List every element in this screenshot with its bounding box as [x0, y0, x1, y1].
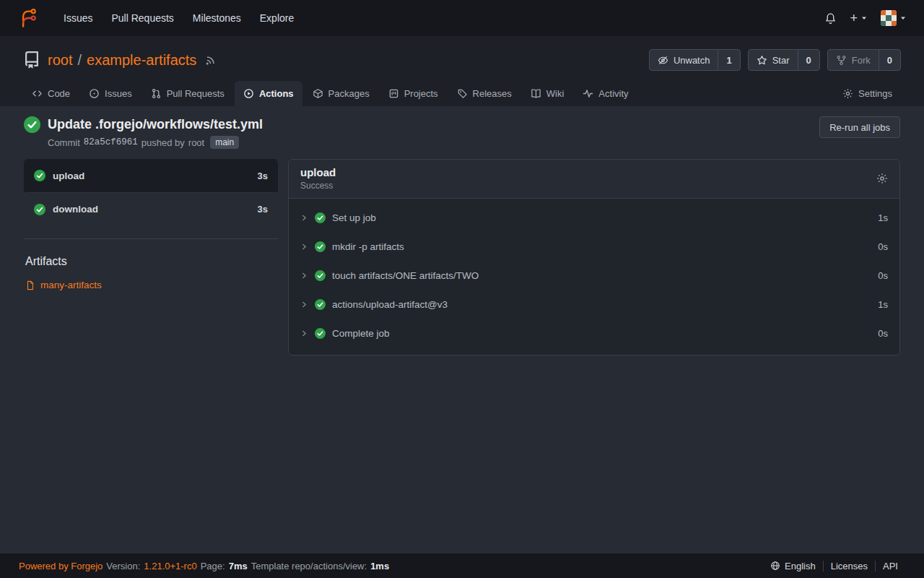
- code-icon: [32, 88, 43, 99]
- footer: Powered by Forgejo Version: 1.21.0+1-rc0…: [0, 553, 924, 578]
- step-row-set-up-job[interactable]: Set up job 1s: [289, 203, 899, 232]
- step-row-upload-artifact[interactable]: actions/upload-artifact@v3 1s: [289, 290, 899, 319]
- step-row-mkdir[interactable]: mkdir -p artifacts 0s: [289, 232, 899, 261]
- repo-tabs: Code Issues Pull Requests Actions Packag…: [23, 81, 901, 106]
- step-name: Set up job: [332, 212, 376, 223]
- artifact-link-many-artifacts[interactable]: many-artifacts: [25, 280, 278, 290]
- pushed-by-label: pushed by: [141, 137, 185, 148]
- job-success-icon: [34, 170, 45, 181]
- powered-by-link[interactable]: Powered by Forgejo: [19, 561, 103, 571]
- create-new-menu[interactable]: +: [850, 12, 868, 25]
- eye-slash-icon: [658, 55, 668, 66]
- run-title: Update .forgejo/workflows/test.yml: [48, 116, 263, 132]
- globe-icon: [770, 561, 780, 571]
- tab-label: Actions: [259, 88, 294, 99]
- tab-activity[interactable]: Activity: [574, 81, 637, 106]
- tab-label: Projects: [404, 88, 438, 99]
- footer-right: English Licenses API: [763, 561, 905, 571]
- tab-label: Packages: [328, 88, 370, 99]
- forgejo-logo[interactable]: [17, 7, 39, 29]
- user-menu[interactable]: [881, 10, 907, 26]
- breadcrumb: root / example-artifacts: [48, 52, 196, 69]
- rerun-all-jobs-button[interactable]: Re-run all jobs: [819, 116, 900, 138]
- nav-issues[interactable]: Issues: [56, 8, 100, 28]
- tab-actions[interactable]: Actions: [235, 81, 302, 106]
- repo-name-link[interactable]: example-artifacts: [87, 52, 196, 69]
- star-button[interactable]: Star 0: [748, 49, 820, 71]
- template-time: 1ms: [370, 561, 389, 571]
- nav-milestones[interactable]: Milestones: [186, 8, 248, 28]
- issue-opened-icon: [89, 88, 100, 99]
- tab-label: Activity: [598, 88, 628, 99]
- chevron-right-icon[interactable]: [300, 301, 308, 309]
- tag-icon: [457, 88, 468, 99]
- watch-count[interactable]: 1: [718, 50, 739, 70]
- api-link[interactable]: API: [875, 561, 905, 571]
- fork-icon: [836, 55, 847, 66]
- artifact-name: many-artifacts: [40, 280, 102, 290]
- tab-code[interactable]: Code: [23, 81, 79, 106]
- tab-issues[interactable]: Issues: [80, 81, 141, 106]
- breadcrumb-separator: /: [77, 52, 82, 69]
- tab-settings[interactable]: Settings: [834, 81, 901, 106]
- notifications-button[interactable]: [824, 12, 837, 25]
- tab-pull-requests[interactable]: Pull Requests: [142, 81, 233, 106]
- job-steps-list: Set up job 1s mkdir -p artifacts 0s: [289, 199, 899, 355]
- step-duration: 0s: [878, 241, 888, 252]
- tab-label: Wiki: [546, 88, 565, 99]
- language-selector[interactable]: English: [763, 561, 823, 571]
- step-success-icon: [315, 328, 326, 339]
- licenses-link[interactable]: Licenses: [823, 561, 875, 571]
- book-icon: [531, 88, 541, 99]
- forgejo-logo-icon: [17, 7, 39, 29]
- commit-author-link[interactable]: root: [188, 137, 204, 148]
- fork-button[interactable]: Fork 0: [827, 49, 901, 71]
- step-success-icon: [315, 299, 326, 310]
- job-row-download[interactable]: download 3s: [24, 192, 278, 225]
- repo-icon: [23, 51, 40, 69]
- step-row-complete-job[interactable]: Complete job 0s: [289, 319, 899, 348]
- tab-releases[interactable]: Releases: [448, 81, 520, 106]
- bell-icon: [824, 12, 837, 25]
- git-pull-request-icon: [151, 88, 162, 99]
- chevron-right-icon[interactable]: [300, 272, 308, 280]
- version-link[interactable]: 1.21.0+1-rc0: [144, 561, 196, 571]
- job-row-upload[interactable]: upload 3s: [24, 159, 278, 192]
- file-icon: [25, 280, 35, 290]
- package-icon: [313, 88, 323, 99]
- chevron-right-icon[interactable]: [300, 329, 308, 337]
- gear-icon: [842, 88, 853, 99]
- star-count[interactable]: 0: [798, 50, 819, 70]
- star-icon: [757, 55, 767, 66]
- star-label: Star: [772, 55, 790, 66]
- chevron-right-icon[interactable]: [300, 214, 308, 222]
- commit-line: Commit 82a5cf6961 pushed by root main: [48, 136, 263, 149]
- artifacts-heading: Artifacts: [25, 255, 278, 268]
- step-success-icon: [315, 212, 326, 223]
- repo-owner-link[interactable]: root: [48, 52, 72, 69]
- unwatch-button[interactable]: Unwatch 1: [649, 49, 741, 71]
- version-label: Version:: [106, 561, 140, 571]
- repo-action-buttons: Unwatch 1 Star 0 Fork: [649, 49, 901, 71]
- step-duration: 0s: [878, 270, 888, 281]
- step-name: touch artifacts/ONE artifacts/TWO: [332, 270, 479, 281]
- job-options-button[interactable]: [876, 173, 888, 184]
- branch-badge[interactable]: main: [210, 136, 239, 149]
- step-row-touch-artifacts[interactable]: touch artifacts/ONE artifacts/TWO 0s: [289, 261, 899, 290]
- template-label: Template repo/actions/view:: [251, 561, 367, 571]
- job-detail-panel: upload Success Set up job 1s: [288, 159, 900, 355]
- tab-projects[interactable]: Projects: [380, 81, 447, 106]
- tab-wiki[interactable]: Wiki: [522, 81, 573, 106]
- chevron-down-icon: [899, 14, 907, 22]
- chevron-right-icon[interactable]: [300, 243, 308, 251]
- fork-count[interactable]: 0: [879, 50, 900, 70]
- tab-packages[interactable]: Packages: [304, 81, 378, 106]
- nav-pull-requests[interactable]: Pull Requests: [104, 8, 180, 28]
- nav-explore[interactable]: Explore: [253, 8, 301, 28]
- rss-icon[interactable]: [205, 54, 217, 66]
- actions-run-view: Update .forgejo/workflows/test.yml Commi…: [0, 106, 924, 553]
- page-time: 7ms: [229, 561, 248, 571]
- commit-sha-link[interactable]: 82a5cf6961: [84, 137, 138, 147]
- run-success-icon: [24, 116, 40, 149]
- fork-label: Fork: [852, 55, 871, 66]
